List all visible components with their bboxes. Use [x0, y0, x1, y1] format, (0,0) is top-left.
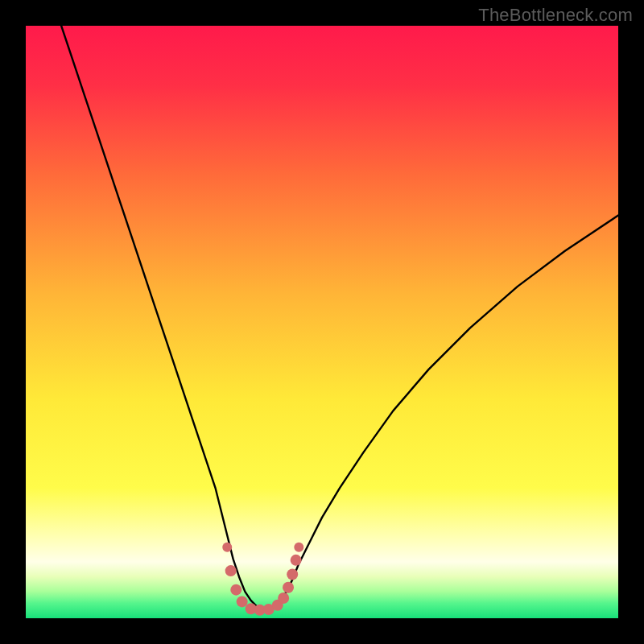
chart-svg	[26, 26, 618, 618]
highlight-marker	[287, 569, 298, 580]
highlight-marker	[222, 543, 232, 552]
highlight-marker	[230, 584, 242, 596]
highlight-marker	[283, 582, 294, 593]
watermark-label: TheBottleneck.com	[478, 5, 633, 26]
gradient-background	[26, 26, 618, 618]
highlight-marker	[294, 543, 303, 552]
highlight-marker	[278, 592, 289, 604]
highlight-marker	[237, 596, 248, 607]
plot-area	[26, 26, 618, 618]
chart-frame: TheBottleneck.com	[0, 0, 644, 644]
highlight-marker	[291, 555, 302, 566]
highlight-marker	[225, 565, 237, 576]
